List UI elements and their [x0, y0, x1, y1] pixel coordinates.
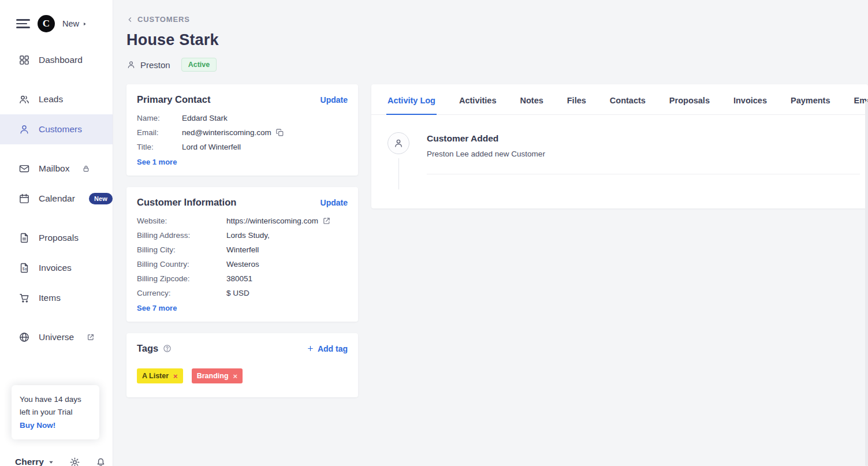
cart-icon: [18, 292, 30, 304]
right-column: Activity Log Activities Notes Files Cont…: [371, 84, 868, 208]
sidebar-item-label: Universe: [39, 332, 74, 342]
info-field-billing-country: Billing Country: Westeros: [137, 260, 348, 269]
add-tag-label: Add tag: [318, 344, 348, 353]
main-content: CUSTOMERS House Stark Preston Active Pri…: [113, 0, 868, 466]
info-field-billing-zipcode: Billing Zipcode: 380051: [137, 274, 348, 283]
globe-icon: [18, 331, 30, 343]
sidebar-item-proposals[interactable]: Proposals: [0, 223, 113, 253]
activity-tabs: Activity Log Activities Notes Files Cont…: [371, 84, 868, 115]
tags-title: Tags: [137, 343, 158, 354]
status-badge: Active: [181, 58, 217, 72]
sidebar-item-leads[interactable]: Leads: [0, 84, 113, 114]
content-columns: Primary Contact Update Name: Eddard Star…: [126, 84, 868, 409]
tab-invoices[interactable]: Invoices: [732, 84, 768, 115]
activity-timeline: Customer Added Preston Lee added new Cus…: [371, 115, 868, 204]
tag-chip: Branding ×: [192, 368, 243, 383]
sidebar-item-customers[interactable]: Customers: [0, 114, 113, 144]
new-menu-button[interactable]: New: [62, 19, 87, 28]
notifications-bell-icon[interactable]: [95, 457, 106, 466]
tag-label: A Lister: [142, 372, 169, 380]
owner-name: Preston: [140, 60, 170, 70]
external-link-icon: [87, 333, 95, 341]
person-icon: [126, 60, 136, 69]
tag-list: A Lister × Branding ×: [137, 368, 348, 388]
activity-panel: Activity Log Activities Notes Files Cont…: [371, 84, 868, 208]
workspace-logo[interactable]: C: [38, 15, 55, 32]
sidebar-item-label: Dashboard: [39, 55, 83, 65]
workspace-name: Cherry: [15, 457, 44, 466]
update-info-button[interactable]: Update: [321, 198, 348, 207]
tab-notes[interactable]: Notes: [519, 84, 544, 115]
remove-tag-icon[interactable]: ×: [173, 372, 178, 380]
customer-information-card: Customer Information Update Website: htt…: [126, 187, 358, 322]
breadcrumb[interactable]: CUSTOMERS: [126, 15, 868, 24]
contact-see-more-link[interactable]: See 1 more: [137, 158, 348, 166]
info-field-website: Website: https://winteriscoming.com: [137, 217, 348, 225]
scrollbar[interactable]: [865, 101, 868, 466]
info-see-more-link[interactable]: See 7 more: [137, 304, 348, 312]
update-contact-button[interactable]: Update: [321, 95, 348, 105]
website-link[interactable]: https://winteriscoming.com: [226, 217, 318, 225]
info-field-currency: Currency: $ USD: [137, 289, 348, 297]
workspace-selector[interactable]: Cherry: [15, 457, 54, 466]
settings-gear-icon[interactable]: [69, 457, 80, 466]
hamburger-menu-icon[interactable]: [16, 19, 30, 28]
help-icon[interactable]: [163, 344, 172, 353]
tab-activities[interactable]: Activities: [458, 84, 497, 115]
tab-contacts[interactable]: Contacts: [609, 84, 647, 115]
sidebar-item-universe[interactable]: Universe: [0, 322, 113, 352]
primary-contact-card: Primary Contact Update Name: Eddard Star…: [126, 84, 358, 176]
sidebar-item-label: Mailbox: [39, 163, 69, 174]
page-title: House Stark: [126, 31, 868, 49]
sidebar-item-label: Proposals: [39, 233, 79, 243]
new-menu-label: New: [62, 19, 79, 28]
breadcrumb-label: CUSTOMERS: [137, 15, 190, 24]
timeline-connector: [398, 158, 399, 189]
sidebar-item-label: Customers: [39, 124, 82, 135]
new-feature-badge: New: [89, 193, 113, 204]
tab-files[interactable]: Files: [566, 84, 587, 115]
sidebar-item-dashboard[interactable]: Dashboard: [0, 45, 113, 75]
tags-card: Tags Add tag A Lister: [126, 333, 358, 397]
activity-entry-description: Preston Lee added new Customer: [427, 150, 860, 158]
tab-activity-log[interactable]: Activity Log: [386, 84, 437, 115]
customer-information-title: Customer Information: [137, 197, 236, 208]
leads-icon: [18, 94, 30, 105]
sidebar-item-invoices[interactable]: $ Invoices: [0, 253, 113, 283]
sidebar-item-label: Items: [39, 293, 61, 303]
left-column: Primary Contact Update Name: Eddard Star…: [126, 84, 358, 409]
sidebar-item-label: Leads: [39, 94, 63, 105]
tab-payments[interactable]: Payments: [789, 84, 832, 115]
tag-chip: A Lister ×: [137, 368, 183, 383]
open-external-icon[interactable]: [322, 217, 331, 225]
sidebar-item-calendar[interactable]: Calendar New: [0, 184, 113, 214]
tab-proposals[interactable]: Proposals: [668, 84, 711, 115]
add-tag-button[interactable]: Add tag: [307, 344, 348, 353]
sidebar-item-label: Calendar: [39, 193, 75, 204]
sidebar-item-mailbox[interactable]: Mailbox: [0, 154, 113, 184]
avatar: [388, 132, 409, 154]
sidebar-item-items[interactable]: Items: [0, 283, 113, 313]
remove-tag-icon[interactable]: ×: [233, 372, 238, 380]
trial-line-1: You have 14 days: [20, 393, 91, 406]
sidebar: C New Dashboard Leads: [0, 0, 113, 466]
dashboard-icon: [18, 54, 30, 66]
customers-icon: [18, 124, 30, 135]
calendar-icon: [18, 193, 30, 204]
plus-icon: [307, 345, 314, 352]
contact-field-title: Title: Lord of Winterfell: [137, 143, 348, 151]
invoices-icon: $: [18, 262, 30, 274]
info-field-billing-address: Billing Address: Lords Study,: [137, 231, 348, 240]
tag-label: Branding: [197, 372, 229, 380]
caret-right-icon: [82, 21, 87, 27]
svg-text:$: $: [23, 267, 25, 271]
sidebar-nav: Dashboard Leads Customers Mailbox: [0, 45, 113, 352]
buy-now-link[interactable]: Buy Now!: [20, 419, 91, 432]
proposals-icon: [18, 232, 30, 244]
info-field-billing-city: Billing City: Winterfell: [137, 245, 348, 254]
copy-icon[interactable]: [275, 128, 284, 137]
caret-down-icon: [48, 459, 54, 465]
trial-line-2: left in your Trial: [20, 406, 91, 419]
app-window: C New Dashboard Leads: [0, 0, 868, 466]
mailbox-icon: [18, 163, 30, 174]
